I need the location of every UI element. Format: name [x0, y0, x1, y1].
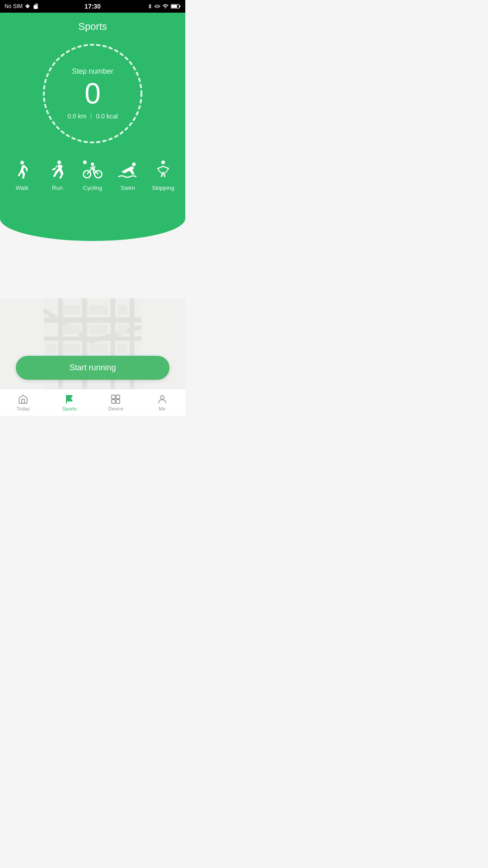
nav-me-label: Me	[159, 406, 165, 411]
walk-label: Walk	[16, 184, 28, 191]
flag-icon	[64, 394, 75, 405]
step-stats: 0.0 km 0.0 kcal	[67, 113, 117, 120]
wifi-icon	[162, 3, 169, 9]
svg-rect-41	[112, 400, 115, 403]
status-left: No SIM	[5, 3, 39, 9]
svg-point-5	[57, 160, 61, 164]
circle-inner: Step number 0 0.0 km 0.0 kcal	[67, 67, 117, 120]
step-count: 0	[67, 79, 117, 108]
profile-icon	[157, 394, 168, 405]
skipping-label: Skipping	[152, 184, 174, 191]
svg-rect-31	[89, 325, 108, 334]
svg-line-18	[158, 166, 163, 169]
start-button-container: Start running	[0, 356, 185, 380]
distance-value: 0.0 km	[67, 113, 86, 120]
swim-label: Swim	[121, 184, 135, 191]
svg-point-17	[161, 160, 165, 164]
bottom-nav: Today Sports Device	[0, 389, 185, 416]
svg-rect-29	[63, 325, 80, 334]
svg-line-19	[163, 166, 169, 169]
status-bar: No SIM 17:30	[0, 0, 185, 13]
nav-sports[interactable]: Sports	[54, 392, 85, 413]
stat-divider	[91, 113, 91, 119]
nav-me[interactable]: Me	[146, 392, 178, 413]
sd-icon	[33, 3, 39, 9]
svg-rect-40	[116, 395, 120, 399]
activity-walk[interactable]: Walk	[9, 159, 36, 191]
start-running-button[interactable]: Start running	[16, 356, 169, 380]
dotted-circle: Step number 0 0.0 km 0.0 kcal	[41, 42, 145, 146]
walk-icon	[11, 159, 33, 182]
skipping-icon	[152, 159, 174, 182]
svg-rect-30	[89, 306, 108, 315]
page-title: Sports	[0, 13, 185, 37]
no-sim-text: No SIM	[5, 3, 23, 9]
svg-point-16	[132, 162, 136, 166]
step-label: Step number	[67, 67, 117, 75]
svg-rect-34	[117, 306, 127, 315]
svg-rect-36	[117, 344, 127, 353]
run-label: Run	[52, 184, 63, 191]
device-icon	[110, 394, 121, 405]
svg-rect-33	[89, 344, 108, 353]
svg-point-4	[20, 161, 24, 165]
svg-point-6	[83, 160, 87, 164]
svg-rect-2	[171, 5, 177, 8]
usb-icon	[24, 3, 31, 9]
svg-rect-32	[63, 344, 80, 353]
activity-swim[interactable]: Swim	[114, 159, 141, 191]
calories-value: 0.0 kcal	[96, 113, 117, 120]
svg-rect-1	[179, 5, 181, 7]
nav-today[interactable]: Today	[7, 392, 39, 413]
battery-icon	[171, 4, 181, 9]
home-icon	[18, 394, 28, 405]
cycling-icon	[81, 159, 104, 182]
activity-run[interactable]: Run	[44, 159, 71, 191]
nav-sports-label: Sports	[62, 406, 77, 411]
nav-today-label: Today	[17, 406, 30, 411]
svg-rect-28	[63, 306, 80, 315]
bluetooth-icon	[147, 3, 153, 9]
step-counter-container: Step number 0 0.0 km 0.0 kcal	[0, 37, 185, 155]
green-section: Sports Step number 0 0.0 km 0.0 kcal	[0, 13, 185, 241]
svg-rect-35	[117, 325, 127, 334]
svg-point-43	[160, 396, 164, 399]
svg-rect-42	[116, 400, 120, 403]
status-right	[147, 3, 181, 9]
cycling-label: Cycling	[83, 184, 103, 191]
activity-skipping[interactable]: Skipping	[150, 159, 177, 191]
activity-row: Walk Run	[0, 155, 185, 205]
svg-rect-37	[46, 344, 56, 353]
vibrate-icon	[155, 3, 160, 9]
svg-rect-39	[112, 395, 115, 399]
status-time: 17:30	[84, 3, 101, 10]
swim-icon	[117, 159, 139, 182]
activity-cycling[interactable]: Cycling	[79, 159, 106, 191]
nav-device[interactable]: Device	[100, 392, 131, 413]
svg-point-15	[91, 162, 94, 165]
run-icon	[46, 159, 69, 182]
nav-device-label: Device	[108, 406, 123, 411]
